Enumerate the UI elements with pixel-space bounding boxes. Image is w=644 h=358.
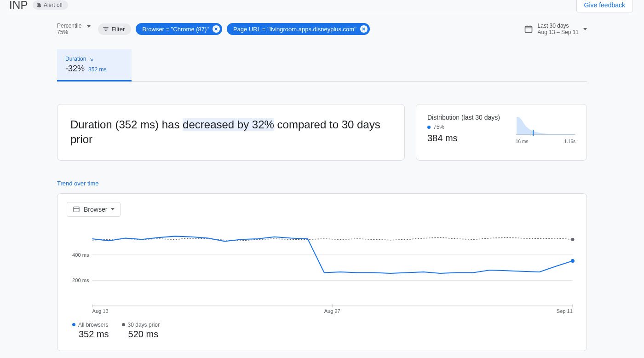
trend-section-title: Trend over time <box>57 180 587 187</box>
tab-percent: -32% <box>65 64 85 74</box>
chevron-down-icon <box>583 28 587 30</box>
date-range-label: Last 30 days <box>538 23 579 29</box>
dist-axis-min: 16 ms <box>516 139 528 144</box>
percentile-label: Percentile <box>57 23 81 29</box>
chevron-down-icon <box>87 25 91 28</box>
distribution-histogram <box>516 114 575 136</box>
url-filter-chip[interactable]: Page URL = "livingroom.apps.disneyplus.c… <box>227 23 370 35</box>
legend-prior-value: 520 ms <box>122 329 160 340</box>
alert-off-chip[interactable]: Alert off <box>33 0 68 10</box>
arrow-down-right-icon <box>89 57 94 62</box>
trend-line-chart: 400 ms 200 ms Aug 13 Aug 27 Sep 11 <box>67 222 577 315</box>
trend-chart-card: Browser 400 ms 200 ms Aug 13 Aug 27 Sep … <box>57 193 587 351</box>
dot-icon <box>122 323 125 326</box>
close-icon[interactable]: ✕ <box>213 25 220 33</box>
legend-all-label: All browsers <box>78 322 108 328</box>
svg-text:400 ms: 400 ms <box>72 252 89 257</box>
dot-icon <box>72 323 75 326</box>
dist-axis-max: 1.16s <box>564 139 575 144</box>
filter-icon <box>103 26 109 32</box>
browser-filter-chip[interactable]: Browser = "Chrome (87)" ✕ <box>136 23 222 35</box>
svg-text:Sep 11: Sep 11 <box>557 308 573 314</box>
tab-underline <box>57 81 587 82</box>
chip-browser-label: Browser = "Chrome (87)" <box>142 26 209 33</box>
summary-prefix: Duration (352 ms) has <box>70 118 183 131</box>
summary-highlight: decreased by 32% <box>183 118 274 131</box>
bell-off-icon <box>36 2 42 8</box>
svg-rect-3 <box>74 207 79 212</box>
summary-text: Duration (352 ms) has decreased by 32% c… <box>70 117 391 147</box>
distribution-percentile: 75% <box>433 124 444 130</box>
legend-prior-label: 30 days prior <box>128 322 160 328</box>
svg-point-16 <box>571 238 574 241</box>
browser-box-icon <box>73 206 80 213</box>
tab-duration[interactable]: Duration -32% 352 ms <box>57 49 132 81</box>
svg-text:Aug 27: Aug 27 <box>324 308 340 314</box>
percentile-selector[interactable]: Percentile 75% <box>57 23 91 35</box>
svg-text:200 ms: 200 ms <box>72 277 89 283</box>
dot-icon <box>427 126 431 129</box>
tab-label: Duration <box>65 56 86 62</box>
svg-rect-0 <box>525 26 532 32</box>
close-icon[interactable]: ✕ <box>360 25 368 33</box>
give-feedback-button[interactable]: Give feedback <box>576 0 633 12</box>
calendar-icon <box>524 24 533 34</box>
date-range-picker[interactable]: Last 30 days Aug 13 – Sep 11 <box>524 23 587 35</box>
header-divider <box>7 14 637 14</box>
svg-text:Aug 13: Aug 13 <box>92 308 109 314</box>
browser-dropdown[interactable]: Browser <box>67 202 121 217</box>
page-title: INP <box>9 0 28 12</box>
filter-label: Filter <box>111 26 125 33</box>
distribution-card: Distribution (last 30 days) 75% 384 ms 1… <box>416 104 587 161</box>
date-range-value: Aug 13 – Sep 11 <box>538 29 579 35</box>
distribution-title: Distribution (last 30 days) <box>427 114 500 121</box>
summary-card: Duration (352 ms) has decreased by 32% c… <box>57 104 405 161</box>
chip-url-label: Page URL = "livingroom.apps.disneyplus.c… <box>233 26 356 33</box>
tab-ms: 352 ms <box>88 66 106 73</box>
browser-dropdown-label: Browser <box>84 206 107 213</box>
svg-point-15 <box>571 259 575 263</box>
chevron-down-icon <box>111 208 115 210</box>
percentile-value: 75% <box>57 29 81 35</box>
alert-status-label: Alert off <box>44 2 63 8</box>
distribution-value: 384 ms <box>427 133 500 144</box>
filter-chip[interactable]: Filter <box>98 23 131 35</box>
legend-all-value: 352 ms <box>72 329 109 340</box>
